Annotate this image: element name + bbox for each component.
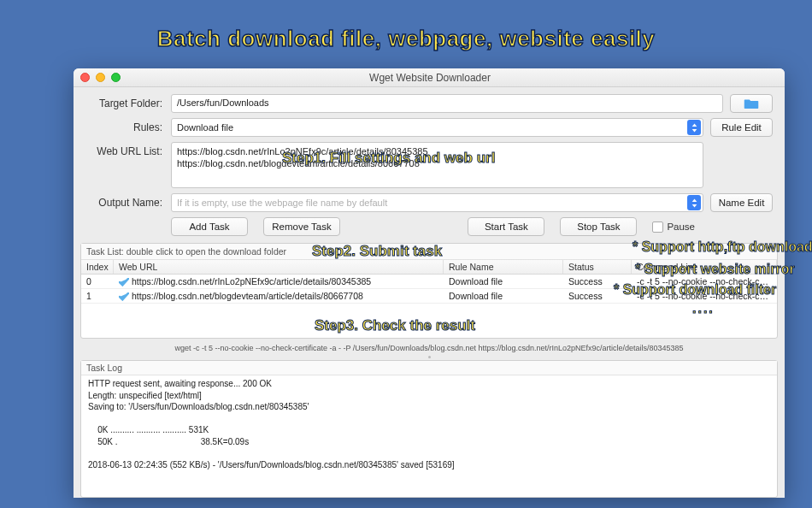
cell-index: 1 xyxy=(81,289,114,303)
cell-index: 0 xyxy=(81,275,114,288)
add-task-button[interactable]: Add Task xyxy=(171,217,248,236)
form-area: Target Folder: /Users/fun/Downloads Rule… xyxy=(74,87,785,238)
col-index[interactable]: Index xyxy=(81,260,114,274)
chevron-updown-icon xyxy=(687,195,701,210)
cell-cmd: -c -t 5 --no-cookie --no-check-ce... xyxy=(632,275,777,288)
task-list-caption: Task List: double click to open the down… xyxy=(81,244,777,260)
split-grip[interactable] xyxy=(74,355,785,358)
start-task-button[interactable]: Start Task xyxy=(468,217,544,236)
table-body: 0 https://blog.csdn.net/rInLo2pNEfx9c/ar… xyxy=(81,275,777,338)
task-log-body[interactable]: HTTP request sent, awaiting response... … xyxy=(81,375,777,497)
col-rule[interactable]: Rule Name xyxy=(444,260,563,274)
web-url-list-input[interactable] xyxy=(171,142,703,188)
cell-cmd: -c -t 5 --no-cookie --no-check-ce... xyxy=(632,289,777,303)
web-url-list-label: Web URL List: xyxy=(85,142,162,157)
task-list-section: Task List: double click to open the down… xyxy=(80,243,778,339)
rules-select-value: Download file xyxy=(177,122,233,133)
success-check-icon xyxy=(119,292,129,301)
table-header: Index Web URL Rule Name Status Command L… xyxy=(81,260,777,275)
success-check-icon xyxy=(119,278,129,286)
col-cmd[interactable]: Command Line xyxy=(632,260,777,274)
target-folder-input[interactable]: /Users/fun/Downloads xyxy=(171,94,723,113)
task-log-caption: Task Log xyxy=(81,361,777,375)
titlebar: Wget Website Downloader xyxy=(74,68,785,87)
task-log-section: Task Log HTTP request sent, awaiting res… xyxy=(80,360,778,498)
col-status[interactable]: Status xyxy=(563,260,632,274)
rules-label: Rules: xyxy=(85,118,162,133)
output-name-select[interactable]: If it is empty, use the webpage file nam… xyxy=(171,193,703,212)
pause-label: Pause xyxy=(667,222,695,232)
rules-select[interactable]: Download file xyxy=(171,118,703,137)
table-row[interactable]: 1 https://blog.csdn.net/blogdevteam/arti… xyxy=(81,289,777,304)
stop-task-button[interactable]: Stop Task xyxy=(560,217,637,236)
output-name-label: Output Name: xyxy=(85,193,162,209)
cell-rule: Download file xyxy=(444,289,563,303)
name-edit-button[interactable]: Name Edit xyxy=(710,193,773,212)
pause-checkbox-wrap[interactable]: Pause xyxy=(652,222,695,233)
cell-status: Success xyxy=(563,275,632,288)
cell-status: Success xyxy=(563,289,632,303)
target-folder-label: Target Folder: xyxy=(85,94,162,109)
promo-title: Batch download file, webpage, website ea… xyxy=(0,0,812,52)
cell-url: https://blog.csdn.net/rInLo2pNEfx9c/arti… xyxy=(114,275,444,288)
table-row[interactable]: 0 https://blog.csdn.net/rInLo2pNEfx9c/ar… xyxy=(81,275,777,289)
folder-icon xyxy=(744,97,759,109)
rule-edit-button[interactable]: Rule Edit xyxy=(710,118,773,137)
window-title: Wget Website Downloader xyxy=(82,72,778,84)
cell-rule: Download file xyxy=(444,275,563,288)
app-window: Wget Website Downloader Target Folder: /… xyxy=(74,68,785,498)
pause-checkbox[interactable] xyxy=(652,222,663,233)
cell-url: https://blog.csdn.net/blogdevteam/articl… xyxy=(114,289,444,303)
wget-command-line: wget -c -t 5 --no-cookie --no-check-cert… xyxy=(74,339,785,355)
chevron-updown-icon xyxy=(687,120,701,135)
output-name-placeholder: If it is empty, use the webpage file nam… xyxy=(177,198,387,208)
remove-task-button[interactable]: Remove Task xyxy=(263,217,340,236)
browse-folder-button[interactable] xyxy=(730,94,773,113)
col-url[interactable]: Web URL xyxy=(114,260,444,274)
